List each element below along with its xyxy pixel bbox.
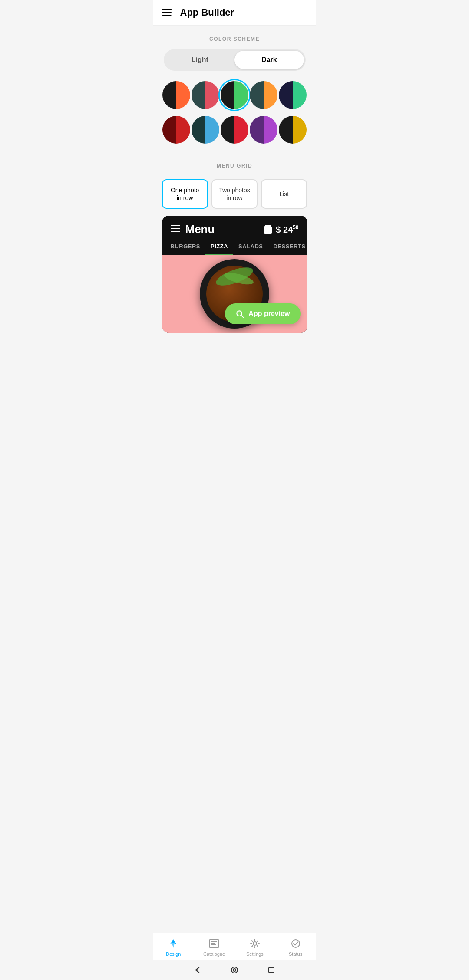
preview-cart: $ 2450 [263,224,298,235]
color-swatch-c10[interactable] [279,116,307,144]
app-preview-btn-label: App preview [248,310,290,318]
color-row-1 [162,81,307,109]
color-scheme-label: COLOR SCHEME [162,36,307,42]
app-title: App Builder [180,7,234,18]
status-icon [290,937,302,950]
hamburger-icon[interactable] [162,9,172,16]
two-photos-btn[interactable]: Two photosin row [211,179,258,209]
svg-rect-15 [269,967,274,973]
preview-menu-icon [171,225,180,234]
color-row-2 [162,116,307,144]
catalogue-icon [208,937,220,950]
nav-settings-label: Settings [246,951,264,957]
color-scheme-section: COLOR SCHEME Light Dark [153,26,316,78]
color-swatch-c5[interactable] [279,81,307,109]
android-back-btn[interactable] [193,965,202,975]
menu-grid-options: One photoin row Two photosin row List [153,176,316,216]
main-content: COLOR SCHEME Light Dark [153,26,316,933]
nav-settings[interactable]: Settings [234,937,275,957]
color-swatch-c9[interactable] [250,116,277,144]
menu-grid-section: MENU GRID [153,152,316,169]
color-swatch-c2[interactable] [192,81,219,109]
android-recents-btn[interactable] [267,965,276,975]
svg-point-11 [253,942,257,945]
preview-price: $ 2450 [276,224,298,235]
svg-point-13 [231,967,238,973]
one-photo-btn[interactable]: One photoin row [162,179,208,209]
svg-rect-0 [171,225,180,226]
tab-pizza[interactable]: PIZZA [205,243,233,255]
app-header: App Builder [153,0,316,26]
color-swatch-c8[interactable] [221,116,248,144]
svg-rect-9 [211,943,215,944]
search-icon [235,309,244,318]
svg-point-12 [292,940,300,947]
color-swatch-c4[interactable] [250,81,277,109]
menu-grid-label: MENU GRID [162,163,307,169]
color-swatch-c6[interactable] [162,116,190,144]
tab-desserts[interactable]: DESSERTS [268,243,307,255]
list-btn[interactable]: List [261,179,307,209]
nav-design[interactable]: Design [153,937,194,957]
nav-catalogue[interactable]: Catalogue [194,937,234,957]
nav-catalogue-label: Catalogue [203,951,225,957]
grid-option-group: One photoin row Two photosin row List [162,179,307,209]
design-icon [167,937,179,950]
preview-header-left: Menu [171,223,215,236]
svg-point-14 [233,969,236,971]
cart-icon [263,224,273,235]
nav-status[interactable]: Status [275,937,316,957]
color-palette-grid [153,78,316,152]
preview-tabs: BURGERS PIZZA SALADS DESSERTS [162,236,307,255]
app-preview-button[interactable]: App preview [225,303,300,324]
app-preview-card: Menu $ 2450 BURGERS PIZZA SALADS DESSERT… [162,216,307,333]
android-home-btn[interactable] [230,965,239,975]
light-scheme-btn[interactable]: Light [165,51,235,69]
tab-burgers[interactable]: BURGERS [171,243,206,255]
nav-design-label: Design [166,951,181,957]
svg-rect-2 [171,231,180,232]
svg-rect-1 [171,228,180,229]
preview-menu-title: Menu [185,223,215,236]
svg-line-5 [241,316,244,318]
color-swatch-c1[interactable] [162,81,190,109]
price-cents: 50 [293,224,298,230]
preview-header: Menu $ 2450 [162,216,307,236]
bottom-nav: Design Catalogue Settings [153,933,316,960]
color-swatch-c3[interactable] [221,81,248,109]
svg-rect-8 [211,941,217,942]
android-nav-bar [153,960,316,980]
color-scheme-toggle: Light Dark [164,49,306,71]
tab-salads[interactable]: SALADS [233,243,268,255]
svg-rect-10 [211,944,216,945]
nav-status-label: Status [289,951,302,957]
color-swatch-c7[interactable] [192,116,219,144]
settings-icon [249,937,261,950]
dark-scheme-btn[interactable]: Dark [234,51,304,69]
